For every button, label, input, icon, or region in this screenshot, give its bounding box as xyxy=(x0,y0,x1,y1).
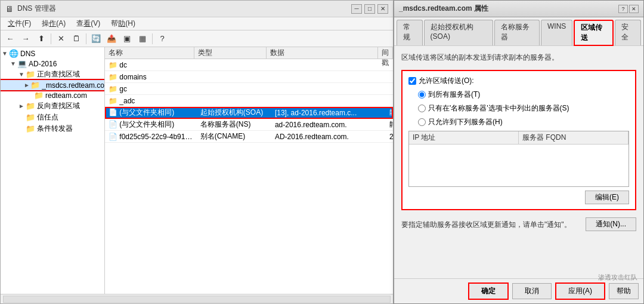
tree-item-redteam[interactable]: 📁 redteam.com xyxy=(1,90,104,100)
dns-icon: 🌐 xyxy=(9,49,18,58)
forward-button[interactable]: → xyxy=(18,32,33,45)
toolbar-sep2 xyxy=(86,33,86,44)
toolbar: ← → ⬆ ✕ 🗒 🔄 📤 ▣ ▦ ? xyxy=(1,30,393,47)
menu-action[interactable]: 操作(A) xyxy=(37,17,70,30)
apply-button[interactable]: 应用(A) xyxy=(555,282,605,300)
tree-reverse-label: 反向查找区域 xyxy=(37,101,80,111)
tab-security[interactable]: 安全 xyxy=(615,20,641,45)
dialog-close-btn[interactable]: ✕ xyxy=(629,5,639,13)
cancel-button[interactable]: 取消 xyxy=(512,283,552,299)
radio-listed-servers[interactable] xyxy=(418,105,426,112)
list-panel: 名称 类型 数据 时间戳 📁 dc 📁 domains xyxy=(105,47,393,294)
export-button[interactable]: 📤 xyxy=(104,32,119,45)
col-type-header[interactable]: 类型 xyxy=(194,47,267,59)
tree-item-trust[interactable]: 📁 信任点 xyxy=(1,112,104,123)
maximize-button[interactable]: □ xyxy=(364,4,375,14)
minimize-button[interactable]: ─ xyxy=(351,4,362,14)
dns-expand-icon: ▼ xyxy=(1,50,9,57)
menu-help[interactable]: 帮助(H) xyxy=(106,17,140,30)
cell-name-soa: 📄 (与父文件夹相同) xyxy=(105,108,197,118)
forwarder-icon: 📁 xyxy=(26,124,35,133)
col-timestamp-header[interactable]: 时间戳 xyxy=(378,47,393,59)
list-row-cname[interactable]: 📄 f0d25c95-22c9-4b91-ab9... 别名(CNAME) AD… xyxy=(105,131,393,143)
radio-listed-label[interactable]: 只有在'名称服务器'选项卡中列出的服务器(S) xyxy=(428,103,569,113)
horizontal-scrollbar[interactable] xyxy=(3,296,391,303)
tree-forwarder-label: 条件转发器 xyxy=(37,124,73,134)
tab-wins[interactable]: WINS xyxy=(541,20,572,45)
tree-item-forwarder[interactable]: 📁 条件转发器 xyxy=(1,123,104,134)
cell-type-cname: 别名(CNAME) xyxy=(197,131,271,142)
properties-dialog: _msdcs.redteam.com 属性 ? ✕ 常规 起始授权机构(SOA)… xyxy=(394,0,644,304)
view-btn2[interactable]: ▦ xyxy=(135,32,150,45)
dns-manager-title: DNS 管理器 xyxy=(17,4,56,14)
dialog-help-btn[interactable]: ? xyxy=(618,5,628,13)
tab-zonetransfer[interactable]: 区域传送 xyxy=(574,20,614,46)
list-body: 📁 dc 📁 domains 📁 gc xyxy=(105,59,393,294)
reverse-icon: 📁 xyxy=(26,102,35,110)
description-text: 区域传送将区域的副本发送到请求副本的服务器。 xyxy=(401,52,636,63)
col-data-header[interactable]: 数据 xyxy=(267,47,378,59)
scroll-bar[interactable] xyxy=(1,294,393,303)
list-row[interactable]: 📁 gc xyxy=(105,83,393,95)
allow-transfer-checkbox[interactable] xyxy=(408,77,416,85)
back-button[interactable]: ← xyxy=(3,32,17,45)
tree-redteam-label: redteam.com xyxy=(45,91,87,100)
notify-button[interactable]: 通知(N)... xyxy=(586,217,636,231)
tree-item-ad2016[interactable]: ▼ 💻 AD-2016 xyxy=(1,59,104,69)
list-row[interactable]: 📁 domains xyxy=(105,71,393,83)
forward-expand-icon: ▼ xyxy=(17,71,26,78)
cell-data-ns: ad-2016.redteam.com. xyxy=(271,121,386,129)
radio-below-row: 只允许到下列服务器(H) xyxy=(408,117,629,127)
cell-name: 📁 _adc xyxy=(105,97,197,105)
ok-button[interactable]: 确定 xyxy=(468,282,509,300)
tab-soa[interactable]: 起始授权机构(SOA) xyxy=(424,20,494,45)
tree-panel: ▼ 🌐 DNS ▼ 💻 AD-2016 ▼ 📁 正向查找区域 ► 📁 _msd xyxy=(1,47,105,294)
col-name-header[interactable]: 名称 xyxy=(105,47,194,59)
cell-name: 📁 gc xyxy=(105,85,197,93)
up-button[interactable]: ⬆ xyxy=(34,32,48,45)
close-button[interactable]: ✕ xyxy=(377,4,388,14)
properties-button[interactable]: 🗒 xyxy=(69,32,83,45)
notify-text: 要指定辅助服务器接收区域更新通知，请单击"通知"。 xyxy=(401,219,581,230)
edit-button[interactable]: 编辑(E) xyxy=(585,191,629,204)
help-button[interactable]: 帮助 xyxy=(609,283,639,299)
radio-below-servers[interactable] xyxy=(418,118,426,126)
tree-root-dns[interactable]: ▼ 🌐 DNS xyxy=(1,48,104,59)
delete-button[interactable]: ✕ xyxy=(54,32,68,45)
menu-view[interactable]: 查看(V) xyxy=(72,17,105,30)
cell-type-ns: 名称服务器(NS) xyxy=(197,119,271,130)
allow-checkbox-row: 允许区域传送(O): xyxy=(408,76,629,86)
tree-item-reverse[interactable]: ► 📁 反向查找区域 xyxy=(1,100,104,112)
tab-bar: 常规 起始授权机构(SOA) 名称服务器 WINS 区域传送 安全 xyxy=(394,17,643,46)
cell-data-cname: AD-2016.redteam.com. xyxy=(271,133,386,141)
allow-transfer-label[interactable]: 允许区域传送(O): xyxy=(419,76,474,86)
toolbar-sep3 xyxy=(152,33,153,44)
list-row[interactable]: 📁 _adc xyxy=(105,95,393,107)
tab-general[interactable]: 常规 xyxy=(397,20,423,45)
cell-timestamp-soa: 静态 xyxy=(386,108,393,118)
ad2016-icon: 💻 xyxy=(17,59,27,68)
radio-all-servers[interactable] xyxy=(418,91,426,99)
ad2016-expand-icon: ▼ xyxy=(9,60,17,67)
list-row[interactable]: 📁 dc xyxy=(105,59,393,71)
tree-trust-label: 信任点 xyxy=(37,112,58,122)
cell-name-cname: 📄 f0d25c95-22c9-4b91-ab9... xyxy=(105,133,197,141)
tab-nameservers[interactable]: 名称服务器 xyxy=(494,20,540,45)
trust-icon: 📁 xyxy=(26,113,35,122)
tree-item-forward[interactable]: ▼ 📁 正向查找区域 xyxy=(1,69,104,80)
refresh-button[interactable]: 🔄 xyxy=(89,32,103,45)
list-row-soa[interactable]: 📄 (与父文件夹相同) 起始授权机构(SOA) [13], ad-2016.re… xyxy=(105,107,393,119)
cell-timestamp-cname: 2021/9/2 xyxy=(386,133,393,141)
help-toolbar-button[interactable]: ? xyxy=(155,32,169,45)
radio-all-label[interactable]: 到所有服务器(T) xyxy=(428,90,480,100)
menu-file[interactable]: 文件(F) xyxy=(3,17,36,30)
tree-forward-label: 正向查找区域 xyxy=(37,69,80,79)
radio-below-label[interactable]: 只允许到下列服务器(H) xyxy=(428,117,503,127)
tree-item-msdcs[interactable]: ► 📁 _msdcs.redteam.co xyxy=(1,80,104,90)
cell-data-soa: [13], ad-2016.redteam.c... xyxy=(271,109,386,117)
dialog-buttons: 确定 取消 应用(A) 帮助 xyxy=(394,278,643,303)
cell-type-soa: 起始授权机构(SOA) xyxy=(197,108,271,118)
view-btn1[interactable]: ▣ xyxy=(120,32,134,45)
cell-name: 📁 dc xyxy=(105,61,197,69)
list-row-ns[interactable]: 📄 (与父文件夹相同) 名称服务器(NS) ad-2016.redteam.co… xyxy=(105,119,393,131)
